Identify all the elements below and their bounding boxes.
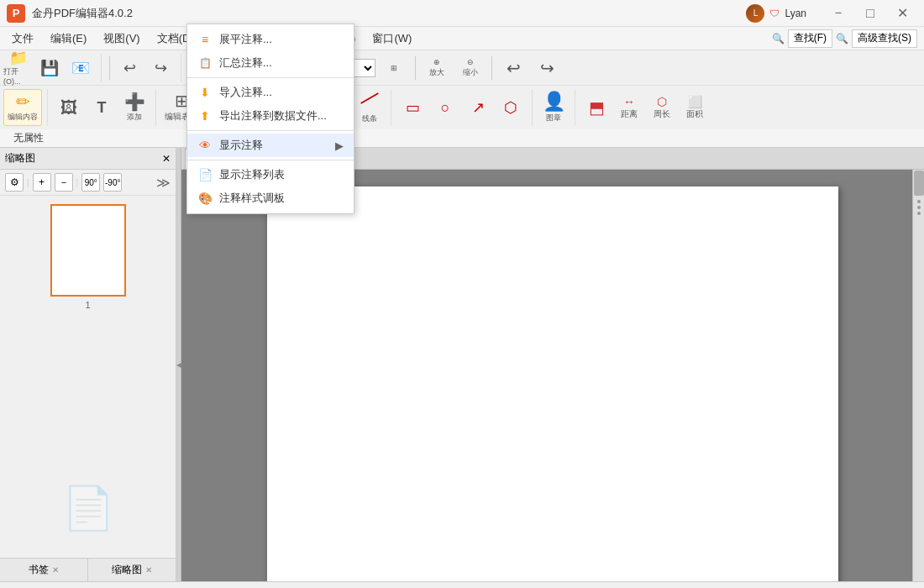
list-icon: 📄 xyxy=(197,168,213,181)
user-name: Lyan xyxy=(785,8,806,19)
edit-content-button[interactable]: ✏ 编辑内容 xyxy=(3,89,42,126)
undo-button[interactable]: ↩ xyxy=(114,54,144,82)
export-label: 导出注释到数据文件... xyxy=(219,108,327,123)
bookmarks-tab[interactable]: 书签 ✕ xyxy=(0,559,88,581)
sidebar-tools: ⚙ | + － | 90° -90° ≫ xyxy=(0,170,176,196)
window-controls: － □ ✕ xyxy=(823,2,917,25)
area-button[interactable]: ⬜ 面积 xyxy=(679,89,711,126)
edit-content-icon: ✏ xyxy=(16,93,30,110)
menu-view[interactable]: 视图(V) xyxy=(95,27,148,50)
search-button[interactable]: 查找(F) xyxy=(788,29,832,48)
thumbnail-area[interactable]: 1 📄 xyxy=(0,196,176,558)
toolbar-row2: ✏ 编辑内容 🖼 T ➕ 添加 ⊞ 编辑表单 T̶ T T xyxy=(0,86,924,129)
plus-circle-icon: ⊕ xyxy=(433,58,440,66)
image-icon: 🖼 xyxy=(60,99,77,116)
sidebar-header: 缩略图 ✕ xyxy=(0,148,176,170)
submenu-arrow-icon: ▶ xyxy=(335,139,344,152)
rect-button[interactable]: ▭ xyxy=(396,89,428,126)
styles-icon: 🎨 xyxy=(197,192,213,205)
line-draw-icon xyxy=(358,91,381,112)
thumbnails-close-button[interactable]: ✕ xyxy=(145,565,152,575)
eraser-group: ⬒ ↔ 距离 ⬡ 周长 ⬜ 面积 xyxy=(580,89,716,126)
zoom-out-button[interactable]: ⊖ 缩小 xyxy=(455,54,486,82)
status-bar xyxy=(0,581,924,588)
redo2-button[interactable]: ↪ xyxy=(532,54,562,82)
rect-icon: ▭ xyxy=(406,98,420,117)
zoom-in-small-button[interactable]: ⊞ xyxy=(379,54,409,82)
redo-button[interactable]: ↪ xyxy=(145,54,176,82)
thumbnails-tab[interactable]: 缩略图 ✕ xyxy=(88,559,176,581)
summarize-icon: 📋 xyxy=(197,57,213,69)
eraser-icon: ⬒ xyxy=(589,97,605,118)
text-T-icon: T xyxy=(97,100,107,115)
rotate-ccw-button[interactable]: -90° xyxy=(103,173,122,192)
document-canvas[interactable] xyxy=(181,170,924,581)
file-tools-group: 📁 打开(O)... 💾 📧 xyxy=(3,54,102,82)
flatten-label: 展平注释... xyxy=(219,32,272,47)
polygon-button[interactable]: ⬡ xyxy=(495,89,527,126)
search-icon: 🔍 xyxy=(772,33,785,45)
edit-content-group: ✏ 编辑内容 xyxy=(3,89,48,126)
import-icon: ⬇ xyxy=(197,86,213,99)
sidebar-settings-button[interactable]: ⚙ xyxy=(5,173,24,192)
zoom-in-button[interactable]: ⊕ 放大 xyxy=(422,54,452,82)
thumb-zoom-in-button[interactable]: + xyxy=(33,173,51,192)
thumbnails-label: 缩略图 xyxy=(112,563,142,577)
close-button[interactable]: ✕ xyxy=(887,2,917,25)
menu-edit[interactable]: 编辑(E) xyxy=(42,27,95,50)
save-button[interactable]: 💾 xyxy=(34,54,65,82)
separator xyxy=(415,56,416,80)
thumb-zoom-out-button[interactable]: － xyxy=(55,173,73,192)
eraser-button[interactable]: ⬒ xyxy=(580,89,612,126)
summarize-annotations-item[interactable]: 📋 汇总注释... xyxy=(187,51,354,75)
shapes-group: ▭ ○ ↗ ⬡ xyxy=(396,89,533,126)
sidebar-expand-button[interactable]: ≫ xyxy=(156,175,171,191)
flatten-annotations-item[interactable]: ≡ 展平注释... xyxy=(187,28,354,51)
stamp-button[interactable]: 👤 图章 xyxy=(538,89,570,126)
scroll-thumb[interactable] xyxy=(914,171,924,196)
add-text-button[interactable]: T xyxy=(86,89,118,126)
sidebar-watermark: 📄 xyxy=(62,467,114,549)
minimize-button[interactable]: － xyxy=(823,2,853,25)
circle-button[interactable]: ○ xyxy=(429,89,461,126)
show-annotations-list-item[interactable]: 📄 显示注释列表 xyxy=(187,163,354,186)
rotate-cw-button[interactable]: 90° xyxy=(81,173,100,192)
sidebar-close-button[interactable]: ✕ xyxy=(162,153,171,165)
menu-bar: 文件 编辑(E) 视图(V) 文档(D) 注释(C) 表单(R) 工具(T) 窗… xyxy=(0,27,924,50)
annotation-styles-item[interactable]: 🎨 注释样式调板 xyxy=(187,186,354,210)
separator xyxy=(109,56,110,80)
tool-sep: | xyxy=(27,178,29,187)
undo2-button[interactable]: ↩ xyxy=(498,54,528,82)
show-annotations-item[interactable]: 👁 显示注释 ▶ xyxy=(187,134,354,157)
bookmarks-close-button[interactable]: ✕ xyxy=(52,565,59,575)
polygon-icon: ⬡ xyxy=(504,98,517,117)
toolbar-row1: 📁 打开(O)... 💾 📧 ↩ ↪ 🖨 🔧 ⊟ xyxy=(0,50,924,86)
email-button[interactable]: 📧 xyxy=(66,54,96,82)
line-button[interactable]: 线条 xyxy=(354,89,386,126)
save-icon: 💾 xyxy=(40,60,59,76)
flatten-icon: ≡ xyxy=(197,33,213,46)
undo-icon: ↩ xyxy=(123,60,136,76)
vertical-scrollbar[interactable] xyxy=(912,170,924,581)
perimeter-button[interactable]: ⬡ 周长 xyxy=(646,89,678,126)
open-button[interactable]: 📁 打开(O)... xyxy=(3,54,34,82)
add-image-button[interactable]: 🖼 xyxy=(53,89,85,126)
app-title: 金丹PDF编辑器4.0.2 xyxy=(32,6,746,21)
advanced-search-button[interactable]: 高级查找(S) xyxy=(852,29,917,48)
scroll-dots xyxy=(913,197,924,218)
menu-window[interactable]: 窗口(W) xyxy=(364,27,420,50)
menu-file[interactable]: 文件 xyxy=(3,27,42,50)
maximize-button[interactable]: □ xyxy=(855,2,885,25)
import-annotations-item[interactable]: ⬇ 导入注释... xyxy=(187,81,354,104)
annotation-dropdown-menu: ≡ 展平注释... 📋 汇总注释... ⬇ 导入注释... ⬆ 导出注释到数据文… xyxy=(186,24,354,214)
export-annotations-item[interactable]: ⬆ 导出注释到数据文件... xyxy=(187,104,354,128)
adv-search-icon: 🔍 xyxy=(836,33,848,45)
add-icon: ➕ xyxy=(124,93,145,110)
add-button[interactable]: ➕ 添加 xyxy=(118,89,150,126)
area-icon: ⬜ 面积 xyxy=(686,95,703,120)
measure-group-button[interactable]: ↔ 距离 xyxy=(613,89,645,126)
user-avatar: L xyxy=(746,4,764,23)
arrow-button[interactable]: ↗ xyxy=(462,89,494,126)
email-icon: 📧 xyxy=(71,60,90,76)
page-thumbnail-1[interactable] xyxy=(50,204,126,297)
